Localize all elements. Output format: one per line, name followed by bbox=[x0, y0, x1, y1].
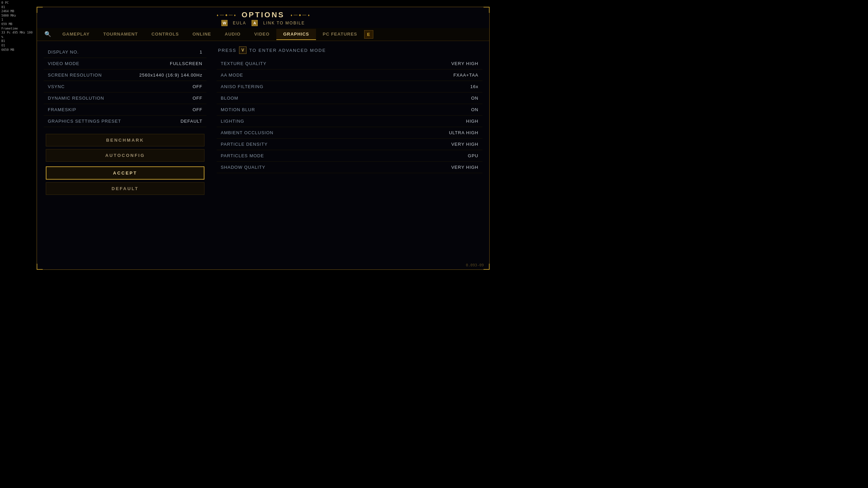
setting-video-mode[interactable]: VIDEO MODE FULLSCREEN bbox=[44, 58, 206, 69]
setting-label-shadow-quality: SHADOW QUALITY bbox=[221, 165, 265, 170]
setting-value-shadow-quality: VERY HIGH bbox=[451, 165, 478, 170]
setting-motion-blur[interactable]: MOTION BLUR ON bbox=[217, 104, 482, 116]
left-settings-panel: DISPLAY NO. 1 VIDEO MODE FULLSCREEN SCRE… bbox=[44, 46, 206, 261]
setting-value-particle-density: VERY HIGH bbox=[451, 142, 478, 147]
setting-label-lighting: LIGHTING bbox=[221, 119, 244, 124]
setting-texture-quality[interactable]: TEXTURE QUALITY VERY HIGH bbox=[217, 58, 482, 69]
benchmark-button[interactable]: BENCHMARK bbox=[46, 134, 204, 146]
autoconfig-button[interactable]: AUTOCONFIG bbox=[46, 149, 204, 162]
debug-line: B1 bbox=[1, 39, 35, 43]
setting-screen-resolution[interactable]: SCREEN RESOLUTION 868x488 (16:9) 144.0… bbox=[44, 69, 206, 81]
tab-search[interactable]: 🔍 bbox=[40, 28, 56, 41]
setting-value-texture-quality: VERY HIGH bbox=[451, 61, 478, 66]
setting-value-screen-resolution: 868x488 (16:9) 144.00Hz bbox=[139, 73, 202, 78]
setting-value-aniso-filtering: 16x bbox=[470, 84, 478, 89]
title-deco-left: ⬧ — ◆ — ⬧ bbox=[216, 13, 236, 17]
corner-decoration-br bbox=[484, 264, 490, 270]
setting-value-ambient-occlusion: ULTRA HIGH bbox=[449, 130, 478, 135]
setting-value-lighting: HIGH bbox=[466, 119, 479, 124]
debug-line: 6650 MB bbox=[1, 48, 35, 52]
debug-line: Frametime bbox=[1, 26, 35, 31]
debug-line: 33 Pc 495 MHz 100 % bbox=[1, 30, 35, 39]
setting-vsync[interactable]: VSYNC OFF bbox=[44, 81, 206, 93]
setting-label-motion-blur: MOTION BLUR bbox=[221, 107, 255, 112]
advanced-mode-suffix: TO ENTER ADVANCED MODE bbox=[249, 48, 326, 53]
nav-tabs: 🔍 GAMEPLAY TOURNAMENT CONTROLS ONLINE AU… bbox=[37, 28, 489, 41]
setting-label-particles-mode: PARTICLES MODE bbox=[221, 153, 264, 158]
setting-label-aa-mode: AA MODE bbox=[221, 73, 243, 78]
link-key-badge[interactable]: A bbox=[252, 20, 258, 26]
setting-aa-mode[interactable]: AA MODE FXAA+TAA bbox=[217, 69, 482, 81]
accept-button[interactable]: ACCEPT bbox=[46, 166, 204, 180]
content-area: DISPLAY NO. 1 VIDEO MODE FULLSCREEN SCRE… bbox=[37, 41, 489, 266]
setting-label-bloom: BLOOM bbox=[221, 96, 238, 101]
setting-particle-density[interactable]: PARTICLE DENSITY VERY HIGH bbox=[217, 139, 482, 150]
debug-line: 2464 MB bbox=[1, 9, 35, 14]
version-badge: 0.093-09 bbox=[466, 263, 484, 267]
title-deco-right: ⬧ — ◆ — ⬧ bbox=[290, 13, 310, 17]
setting-shadow-quality[interactable]: SHADOW QUALITY VERY HIGH bbox=[217, 162, 482, 173]
setting-value-particles-mode: GPU bbox=[468, 153, 478, 158]
link-to-mobile-label[interactable]: LINK TO MOBILE bbox=[263, 21, 305, 25]
tab-controls[interactable]: CONTROLS bbox=[145, 29, 186, 40]
tab-online[interactable]: ONLINE bbox=[186, 29, 218, 40]
setting-label-display-no: DISPLAY NO. bbox=[48, 49, 79, 55]
setting-label-screen-resolution: SCREEN RESOLUTION bbox=[48, 73, 102, 78]
setting-aniso-filtering[interactable]: ANISO FILTERING 16x bbox=[217, 81, 482, 93]
setting-value-dynamic-resolution: OFF bbox=[193, 96, 202, 101]
setting-label-frameskip: FRAMESKIP bbox=[48, 107, 76, 112]
setting-value-graphics-preset: DEFAULT bbox=[180, 119, 202, 124]
setting-dynamic-resolution[interactable]: DYNAMIC RESOLUTION OFF bbox=[44, 93, 206, 104]
setting-value-motion-blur: ON bbox=[471, 107, 479, 112]
eula-key-badge[interactable]: W bbox=[221, 20, 228, 26]
setting-label-graphics-preset: GRAPHICS SETTINGS PRESET bbox=[48, 119, 121, 124]
setting-graphics-preset[interactable]: GRAPHICS SETTINGS PRESET DEFAULT bbox=[44, 116, 206, 127]
setting-value-video-mode: FULLSCREEN bbox=[170, 61, 202, 66]
debug-line: 81 bbox=[1, 5, 35, 9]
panel-title: OPTIONS bbox=[241, 11, 284, 19]
setting-value-frameskip: OFF bbox=[193, 107, 202, 112]
tab-video[interactable]: VIDEO bbox=[248, 29, 276, 40]
tab-pc-features[interactable]: PC FEATURES bbox=[316, 29, 364, 40]
panel-header: ⬧ — ◆ — ⬧ OPTIONS ⬧ — ◆ — ⬧ W EULA A LIN… bbox=[37, 7, 489, 26]
debug-line: 5000 MHz bbox=[1, 14, 35, 18]
setting-label-aniso-filtering: ANISO FILTERING bbox=[221, 84, 263, 89]
debug-line: O1 bbox=[1, 43, 35, 48]
debug-line: 659 MB bbox=[1, 22, 35, 26]
advanced-mode-key: V bbox=[239, 46, 246, 54]
right-settings-panel: PRESS V TO ENTER ADVANCED MODE TEXTURE Q… bbox=[217, 46, 482, 261]
setting-label-ambient-occlusion: AMBIENT OCCLUSION bbox=[221, 130, 273, 135]
options-panel: ⬧ — ◆ — ⬧ OPTIONS ⬧ — ◆ — ⬧ W EULA A LIN… bbox=[37, 7, 490, 270]
setting-value-aa-mode: FXAA+TAA bbox=[453, 73, 478, 78]
advanced-mode-prefix: PRESS bbox=[218, 48, 236, 53]
setting-label-vsync: VSYNC bbox=[48, 84, 65, 89]
setting-bloom[interactable]: BLOOM ON bbox=[217, 93, 482, 104]
setting-value-display-no: 1 bbox=[200, 49, 202, 55]
setting-display-no[interactable]: DISPLAY NO. 1 bbox=[44, 46, 206, 58]
setting-particles-mode[interactable]: PARTICLES MODE GPU bbox=[217, 150, 482, 162]
setting-lighting[interactable]: LIGHTING HIGH bbox=[217, 116, 482, 127]
tab-exit[interactable]: E bbox=[364, 30, 374, 39]
setting-value-vsync: OFF bbox=[193, 84, 202, 89]
setting-value-bloom: ON bbox=[471, 96, 479, 101]
corner-decoration-bl bbox=[37, 264, 43, 270]
graphics-settings-list: TEXTURE QUALITY VERY HIGH AA MODE FXAA+T… bbox=[217, 58, 482, 173]
setting-label-video-mode: VIDEO MODE bbox=[48, 61, 79, 66]
tab-gameplay[interactable]: GAMEPLAY bbox=[56, 29, 96, 40]
setting-label-particle-density: PARTICLE DENSITY bbox=[221, 142, 268, 147]
setting-label-texture-quality: TEXTURE QUALITY bbox=[221, 61, 267, 66]
setting-label-dynamic-resolution: DYNAMIC RESOLUTION bbox=[48, 96, 104, 101]
tab-tournament[interactable]: TOURNAMENT bbox=[96, 29, 144, 40]
eula-label[interactable]: EULA bbox=[233, 21, 246, 25]
debug-line: 1 bbox=[1, 18, 35, 22]
action-buttons: BENCHMARK AUTOCONFIG ACCEPT DEFAULT bbox=[44, 134, 206, 195]
tab-audio[interactable]: AUDIO bbox=[218, 29, 248, 40]
debug-overlay: 0 PC 81 2464 MB 5000 MHz 1 659 MB Framet… bbox=[0, 0, 37, 53]
debug-line: 0 PC bbox=[1, 1, 35, 5]
setting-ambient-occlusion[interactable]: AMBIENT OCCLUSION ULTRA HIGH bbox=[217, 127, 482, 139]
advanced-mode-bar: PRESS V TO ENTER ADVANCED MODE bbox=[217, 46, 482, 54]
setting-frameskip[interactable]: FRAMESKIP OFF bbox=[44, 104, 206, 116]
default-button[interactable]: DEFAULT bbox=[46, 182, 204, 195]
tab-graphics[interactable]: GRAPHICS bbox=[276, 29, 316, 40]
